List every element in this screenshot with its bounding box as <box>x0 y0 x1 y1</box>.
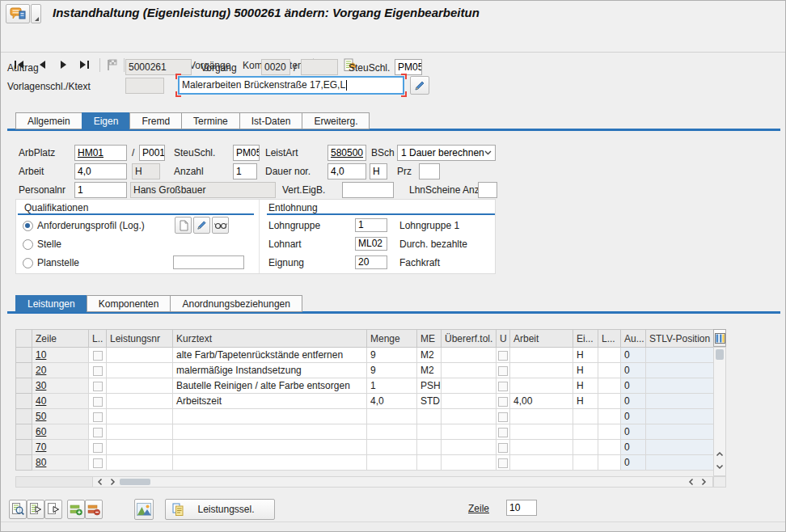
scroll-left-button-right[interactable] <box>685 477 697 487</box>
cell-zeile[interactable]: 80 <box>32 455 89 471</box>
edit-profile-button[interactable] <box>193 217 210 234</box>
werk-field[interactable]: P001 <box>139 145 165 161</box>
tab-termine[interactable]: Termine <box>181 112 240 129</box>
graphic-button[interactable] <box>134 499 154 520</box>
cell-stlv[interactable] <box>646 378 714 394</box>
cell-ei[interactable] <box>573 409 598 424</box>
cell-uebererf-tol[interactable] <box>442 378 497 394</box>
cell-zeile[interactable]: 30 <box>32 378 89 394</box>
tab-ist-daten[interactable]: Ist-Daten <box>239 112 303 129</box>
prz-field[interactable] <box>419 163 440 179</box>
cell-au[interactable]: 0 <box>621 394 646 409</box>
tab-allgemein[interactable]: Allgemein <box>15 112 82 129</box>
anzahl-field[interactable]: 1 <box>233 163 257 179</box>
row-select-cell[interactable] <box>16 348 32 363</box>
cell-kurztext[interactable]: alte Farb/Tapetenrückstände entfernen <box>173 348 367 363</box>
cell-zeile[interactable]: 60 <box>32 424 89 440</box>
cell-ei[interactable]: H <box>573 348 598 363</box>
cell-leistungsnr[interactable] <box>107 424 173 440</box>
cell-leistungsnr[interactable] <box>107 394 173 409</box>
last-record-button[interactable] <box>77 59 91 70</box>
cell-u-checkbox[interactable] <box>497 378 510 394</box>
delete-row-button[interactable] <box>85 500 103 519</box>
cell-u-checkbox[interactable] <box>497 455 510 471</box>
zeile-link[interactable]: 70 <box>36 441 46 453</box>
row-checkbox[interactable] <box>498 428 508 437</box>
cell-kurztext[interactable] <box>173 409 367 424</box>
cell-leistungsnr[interactable] <box>107 363 173 378</box>
cell-me[interactable] <box>417 440 442 455</box>
row-select-cell[interactable] <box>16 455 32 471</box>
cell-me[interactable]: PSH <box>417 378 442 394</box>
cell-arbeit[interactable] <box>510 424 573 440</box>
cell-arbeit[interactable] <box>510 378 573 394</box>
column-header[interactable]: ME <box>417 330 442 348</box>
row-checkbox[interactable] <box>93 428 103 437</box>
cell-u-checkbox[interactable] <box>497 348 510 363</box>
window-menu-button[interactable] <box>31 4 41 23</box>
cell-zeile[interactable]: 40 <box>32 394 89 409</box>
cell-uebererf-tol[interactable] <box>442 409 497 424</box>
flag-button[interactable] <box>104 57 120 72</box>
cell-l-checkbox[interactable] <box>89 394 107 409</box>
cell-au[interactable]: 0 <box>621 455 646 471</box>
cell-l2[interactable] <box>598 348 621 363</box>
cell-me[interactable] <box>417 424 442 440</box>
column-header[interactable]: Leistungsnr <box>107 330 173 348</box>
edit-longtext-button[interactable] <box>410 76 429 95</box>
cell-zeile[interactable]: 20 <box>32 363 89 378</box>
cell-arbeit[interactable] <box>510 455 573 471</box>
create-profile-button[interactable] <box>175 217 192 234</box>
cell-ei[interactable]: H <box>573 378 598 394</box>
cell-zeile[interactable]: 50 <box>32 409 89 424</box>
cell-arbeit[interactable] <box>510 409 573 424</box>
dauer-einheit-field[interactable]: H <box>370 163 387 179</box>
cell-kurztext[interactable] <box>173 424 367 440</box>
next-record-button[interactable] <box>57 59 71 70</box>
personalnr-field[interactable]: 1 <box>74 182 127 198</box>
cell-u-checkbox[interactable] <box>497 440 510 455</box>
steuschl-field[interactable]: PM05 <box>395 59 422 75</box>
cell-kurztext[interactable]: malermäßige Instandsetzung <box>173 363 367 378</box>
cell-me[interactable] <box>417 455 442 471</box>
detail-button[interactable] <box>9 500 27 519</box>
column-header[interactable]: L... <box>598 330 621 348</box>
tab-erweiterg[interactable]: Erweiterg. <box>302 112 370 129</box>
cell-stlv[interactable] <box>646 348 714 363</box>
cell-u-checkbox[interactable] <box>497 363 510 378</box>
zeile-link[interactable]: 20 <box>36 365 46 376</box>
cell-l-checkbox[interactable] <box>89 363 107 378</box>
cell-l-checkbox[interactable] <box>89 378 107 394</box>
column-header[interactable]: U <box>497 330 510 348</box>
radio-anforderungsprofil[interactable] <box>23 221 33 231</box>
cell-l-checkbox[interactable] <box>89 424 107 440</box>
tab-leistungen[interactable]: Leistungen <box>15 295 87 312</box>
cell-l-checkbox[interactable] <box>89 409 107 424</box>
cell-arbeit[interactable]: 4,00 <box>510 394 573 409</box>
cell-au[interactable]: 0 <box>621 363 646 378</box>
lohngruppe-field[interactable]: 1 <box>355 218 387 232</box>
cell-uebererf-tol[interactable] <box>442 424 497 440</box>
row-checkbox[interactable] <box>498 382 508 391</box>
cell-ei[interactable]: H <box>573 363 598 378</box>
cell-l2[interactable] <box>598 409 621 424</box>
row-select-cell[interactable] <box>16 440 32 455</box>
cell-au[interactable]: 0 <box>621 409 646 424</box>
cell-l2[interactable] <box>598 424 621 440</box>
row-select-cell[interactable] <box>16 363 32 378</box>
cell-menge[interactable]: 9 <box>367 363 417 378</box>
cell-me[interactable] <box>417 409 442 424</box>
row-checkbox[interactable] <box>498 443 508 453</box>
dauer-field[interactable]: 4,0 <box>328 163 366 179</box>
zeile-link[interactable]: 60 <box>36 426 46 437</box>
tab-eigen[interactable]: Eigen <box>82 112 131 129</box>
radio-planstelle[interactable] <box>23 258 33 268</box>
cell-kurztext[interactable]: Bautelle Reinigen / alte Farbe entsorgen <box>173 378 367 394</box>
tab-anordnungsbeziehungen[interactable]: Anordnungsbeziehungen <box>170 295 302 312</box>
cell-menge[interactable] <box>367 455 417 471</box>
cell-me[interactable]: STD <box>417 394 442 409</box>
scroll-left-button[interactable] <box>94 477 106 487</box>
verteigb-field[interactable] <box>342 182 394 198</box>
cell-menge[interactable]: 4,0 <box>367 394 417 409</box>
table-vertical-scrollbar[interactable] <box>713 347 726 476</box>
